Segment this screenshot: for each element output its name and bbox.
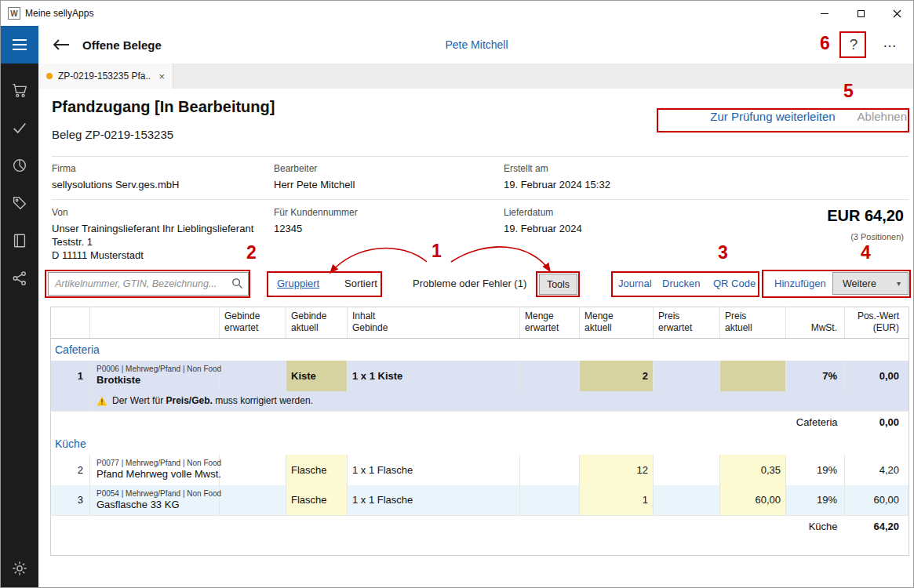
forward-for-review-button[interactable]: Zur Prüfung weiterleiten	[710, 110, 835, 123]
table-header-row: Gebinde erwartet Gebinde aktuell Inhalt …	[51, 307, 909, 339]
question-mark-icon: ?	[850, 36, 858, 53]
tab-document[interactable]: ZP-0219-153235 Pfa... ×	[38, 64, 173, 89]
label-kundennummer: Für Kundennummer	[274, 207, 358, 218]
divider	[52, 199, 909, 200]
table-row[interactable]: 2 P0077 | Mehrweg/Pfand | Non Food Pfand…	[51, 455, 909, 485]
search-icon	[231, 278, 243, 289]
inhalt-gebinde-cell: 1 x 1 Kiste	[348, 361, 520, 391]
value-bearbeiter: Herr Pete Mitchell	[274, 179, 355, 191]
gebinde-erwartet-cell	[220, 455, 286, 485]
subtotal-kueche: Küche 64,20	[51, 516, 909, 537]
preis-erwartet-cell	[654, 455, 720, 485]
value-firma: sellysolutions Serv.ges.mbH	[52, 179, 179, 191]
sidebar-item-journal[interactable]	[1, 222, 38, 260]
row-number: 3	[51, 485, 90, 516]
sorted-toggle[interactable]: Sortiert	[344, 278, 377, 289]
gebinde-erwartet-cell	[220, 485, 286, 516]
value-von-line3: D 11111 Musterstadt	[52, 249, 144, 261]
minimize-button[interactable]	[807, 1, 843, 26]
menge-aktuell-cell[interactable]: 1	[580, 485, 654, 516]
current-user[interactable]: Pete Mitchell	[38, 38, 914, 51]
more-dropdown-button[interactable]: Weitere ▾	[832, 272, 909, 295]
sidebar-item-prices[interactable]	[1, 184, 38, 222]
gebinde-erwartet-cell	[220, 361, 286, 391]
qr-code-link[interactable]: QR Code	[713, 278, 756, 289]
preis-aktuell-cell[interactable]: 60,00	[720, 485, 786, 516]
tab-label: ZP-0219-153235 Pfa...	[58, 71, 151, 82]
journal-link[interactable]: Journal	[618, 278, 652, 289]
subtotal-value: 0,00	[845, 412, 909, 433]
app-header: Offene Belege Pete Mitchell ? …	[38, 26, 914, 64]
menge-aktuell-cell[interactable]: 12	[580, 455, 654, 485]
gebinde-aktuell-cell[interactable]: Flasche	[286, 485, 348, 516]
sidebar-item-reports[interactable]	[1, 147, 38, 184]
article-cell: P0054 | Mehrweg/Pfand | Non Food Gasflas…	[90, 485, 220, 516]
tab-strip: ZP-0219-153235 Pfa... ×	[38, 64, 914, 89]
close-button[interactable]	[879, 1, 914, 26]
group-header-kueche: Küche	[51, 433, 909, 455]
problems-link[interactable]: Probleme oder Fehler (1)	[413, 278, 526, 289]
sidebar	[1, 64, 38, 588]
article-code: P0077 | Mehrweg/Pfand | Non Food	[96, 458, 214, 468]
gear-icon	[11, 560, 28, 577]
reject-button[interactable]: Ablehnen	[858, 110, 907, 123]
label-erstellt-am: Erstellt am	[504, 163, 548, 174]
maximize-button[interactable]	[843, 1, 879, 26]
sidebar-item-tasks[interactable]	[1, 109, 38, 147]
print-link[interactable]: Drucken	[662, 278, 700, 289]
article-code: P0006 | Mehrweg/Pfand | Non Food	[96, 364, 214, 374]
subtotal-label: Cafeteria	[786, 412, 845, 433]
tab-close-icon[interactable]: ×	[157, 71, 166, 82]
help-button[interactable]: ?	[842, 33, 865, 56]
close-icon	[893, 9, 901, 18]
share-icon	[11, 270, 28, 287]
col-mwst: MwSt.	[786, 307, 845, 339]
maximize-icon	[858, 10, 865, 17]
article-name: Brotkiste	[96, 374, 214, 387]
article-code: P0054 | Mehrweg/Pfand | Non Food	[96, 488, 214, 499]
col-preis-erwartet: Preis erwartet	[654, 307, 720, 339]
document-total: EUR 64,20	[827, 207, 904, 225]
app-logo-icon: W	[8, 7, 20, 20]
label-lieferdatum: Lieferdatum	[504, 207, 553, 218]
subtotal-cafeteria: Cafeteria 0,00	[51, 412, 909, 433]
table-row[interactable]: 1 P0006 | Mehrweg/Pfand | Non Food Brotk…	[51, 361, 909, 391]
subtotal-value: 64,20	[845, 516, 909, 537]
menge-erwartet-cell	[520, 455, 580, 485]
document-number: Beleg ZP-0219-153235	[52, 128, 173, 141]
tools-button[interactable]: Tools	[539, 274, 577, 295]
chevron-down-icon: ▾	[897, 279, 901, 288]
grouped-toggle[interactable]: Gruppiert	[277, 278, 319, 289]
gebinde-aktuell-cell[interactable]: Kiste	[286, 361, 348, 391]
check-icon	[11, 119, 28, 136]
search-input[interactable]	[48, 272, 249, 296]
sidebar-item-settings[interactable]	[1, 550, 38, 587]
cart-icon	[11, 82, 28, 99]
document-content: Pfandzugang [In Bearbeitung] Zur Prüfung…	[38, 89, 914, 588]
menge-aktuell-cell[interactable]: 2	[580, 361, 654, 391]
preis-aktuell-cell[interactable]: 0,35	[720, 455, 786, 485]
positions-table: Gebinde erwartet Gebinde aktuell Inhalt …	[50, 307, 909, 556]
more-menu-button[interactable]: …	[879, 34, 901, 56]
group-header-cafeteria: Cafeteria	[51, 339, 909, 361]
value-von-line1: Unser Trainingslieferant Ihr Lieblingsli…	[52, 223, 253, 234]
add-link[interactable]: Hinzufügen	[774, 278, 826, 289]
mwst-cell: 7%	[786, 361, 845, 391]
journal-icon	[11, 232, 28, 249]
inhalt-gebinde-cell: 1 x 1 Flasche	[348, 455, 520, 485]
col-gebinde-erwartet: Gebinde erwartet	[220, 307, 286, 339]
preis-aktuell-cell[interactable]	[720, 361, 786, 391]
gebinde-aktuell-cell[interactable]: Flasche	[286, 455, 348, 485]
sidebar-item-share[interactable]	[1, 260, 38, 297]
col-inhalt-gebinde: Inhalt Gebinde	[348, 307, 520, 339]
preis-erwartet-cell	[654, 485, 720, 516]
menu-button[interactable]	[1, 26, 38, 64]
window-title: Meine sellyApps	[25, 8, 93, 19]
article-cell: P0006 | Mehrweg/Pfand | Non Food Brotkis…	[90, 361, 220, 391]
divider	[52, 156, 909, 157]
sidebar-item-cart[interactable]	[1, 71, 38, 109]
table-row[interactable]: 3 P0054 | Mehrweg/Pfand | Non Food Gasfl…	[51, 485, 909, 516]
value-kundennummer: 12345	[274, 223, 302, 234]
pos-wert-cell: 60,00	[845, 485, 909, 516]
pie-chart-icon	[11, 157, 28, 174]
